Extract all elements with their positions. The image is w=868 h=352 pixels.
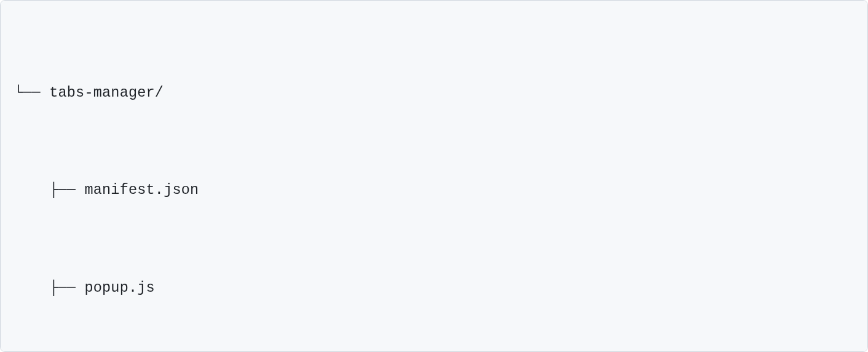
code-block: └── tabs-manager/ ├── manifest.json ├── … bbox=[0, 0, 868, 352]
tree-line: ├── manifest.json bbox=[14, 174, 854, 207]
tree-line: └── tabs-manager/ bbox=[14, 77, 854, 110]
tree-line: ├── popup.js bbox=[14, 272, 854, 305]
file-tree: └── tabs-manager/ ├── manifest.json ├── … bbox=[14, 12, 854, 352]
